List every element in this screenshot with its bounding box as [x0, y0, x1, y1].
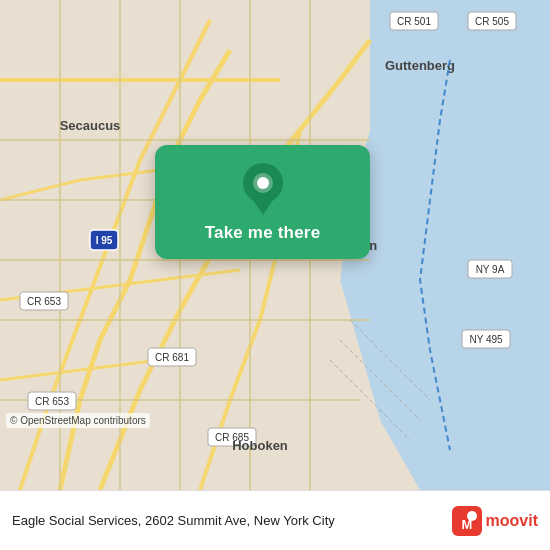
take-me-there-button[interactable]: Take me there — [205, 223, 321, 243]
svg-text:CR 681: CR 681 — [155, 352, 189, 363]
location-pin-icon — [241, 163, 285, 215]
svg-text:Guttenberg: Guttenberg — [385, 58, 455, 73]
svg-text:CR 653: CR 653 — [35, 396, 69, 407]
svg-point-42 — [257, 177, 269, 189]
svg-text:M: M — [461, 517, 472, 532]
svg-marker-43 — [251, 197, 275, 215]
svg-text:CR 505: CR 505 — [475, 16, 509, 27]
svg-text:CR 501: CR 501 — [397, 16, 431, 27]
moovit-logo: M moovit — [452, 506, 538, 536]
location-card: Take me there — [155, 145, 370, 259]
svg-text:I 95: I 95 — [96, 235, 113, 246]
moovit-label: moovit — [486, 512, 538, 530]
osm-attribution: © OpenStreetMap contributors — [6, 413, 150, 428]
svg-text:Hoboken: Hoboken — [232, 438, 288, 453]
map-container: CR 501 CR 505 CR 653 CR 653 CR 681 CR 68… — [0, 0, 550, 490]
address-text: Eagle Social Services, 2602 Summit Ave, … — [12, 513, 452, 528]
svg-text:NY 495: NY 495 — [469, 334, 503, 345]
moovit-icon: M — [452, 506, 482, 536]
bottom-bar: Eagle Social Services, 2602 Summit Ave, … — [0, 490, 550, 550]
svg-text:Secaucus: Secaucus — [60, 118, 121, 133]
svg-text:NY 9A: NY 9A — [476, 264, 505, 275]
attribution-text: © OpenStreetMap contributors — [10, 415, 146, 426]
svg-text:CR 653: CR 653 — [27, 296, 61, 307]
